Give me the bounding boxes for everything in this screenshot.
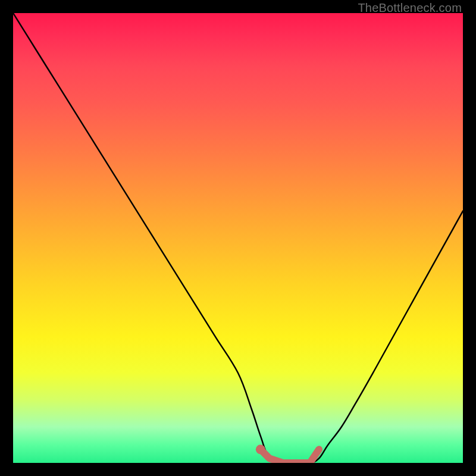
attribution-text: TheBottleneck.com bbox=[358, 1, 462, 15]
chart-frame bbox=[0, 0, 476, 476]
